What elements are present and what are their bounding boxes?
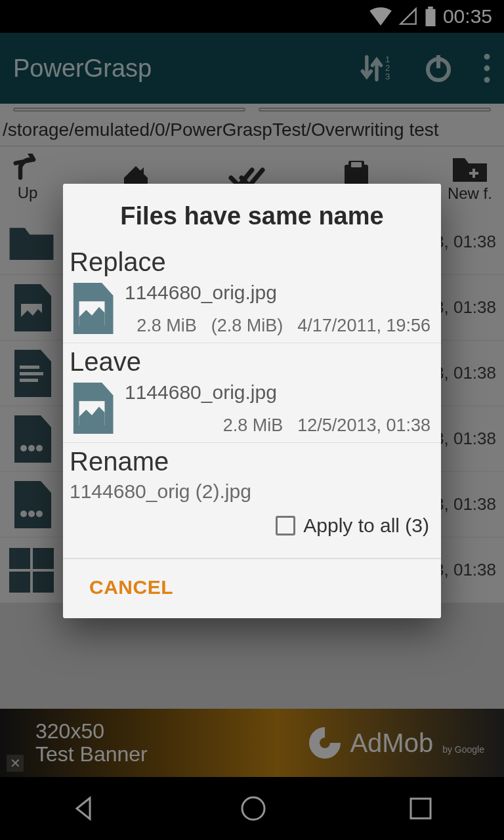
- replace-filename: 1144680_orig.jpg: [125, 282, 433, 304]
- apply-all-checkbox[interactable]: [276, 516, 295, 536]
- leave-size: 2.8 MiB: [223, 415, 284, 436]
- replace-size: 2.8 MiB: [136, 316, 197, 336]
- image-file-icon: [68, 281, 116, 336]
- apply-all-label: Apply to all (3): [303, 514, 429, 537]
- option-replace-label: Replace: [68, 247, 433, 277]
- dialog-title: Files have same name: [63, 184, 441, 243]
- leave-filename: 1144680_orig.jpg: [125, 381, 433, 404]
- option-rename-label: Rename: [68, 447, 433, 476]
- conflict-dialog: Files have same name Replace 1144680_ori…: [63, 184, 441, 618]
- rename-filename: 1144680_orig (2).jpg: [68, 480, 433, 503]
- option-rename[interactable]: Rename 1144680_orig (2).jpg Apply to all…: [63, 443, 441, 558]
- option-leave[interactable]: Leave 1144680_orig.jpg 2.8 MiB 12/5/2013…: [63, 343, 441, 443]
- cancel-button[interactable]: CANCEL: [89, 576, 173, 598]
- image-file-icon: [68, 381, 116, 436]
- option-leave-label: Leave: [68, 347, 433, 377]
- replace-size-paren: (2.8 MiB): [211, 316, 284, 336]
- replace-date: 4/17/2011, 19:56: [297, 316, 430, 336]
- option-replace[interactable]: Replace 1144680_orig.jpg 2.8 MiB (2.8 Mi…: [63, 243, 441, 343]
- leave-date: 12/5/2013, 01:38: [297, 415, 430, 436]
